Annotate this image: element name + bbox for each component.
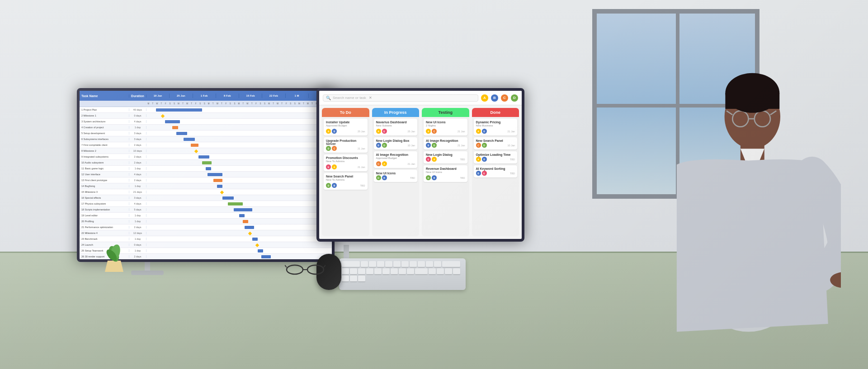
card-avatars: E A: [426, 157, 437, 162]
gantt-row[interactable]: 10 Audio subsystem 2 days: [80, 160, 332, 166]
card-date: 21 Jan: [458, 130, 465, 133]
kanban-card-ui-icons-test[interactable]: New UI Icons 2 Nights A C 21 Jan: [424, 119, 467, 135]
gantt-row[interactable]: 22 Milestone 4 12 days: [80, 230, 332, 236]
kanban-card-promotion[interactable]: Promotion Discounts New To Admins E A 21…: [324, 154, 368, 171]
avatar-green[interactable]: D: [511, 94, 518, 102]
gantt-duration: 2 days: [129, 255, 146, 258]
card-avatars: D B: [426, 175, 437, 180]
gantt-duration: 5 days: [129, 208, 146, 211]
key-m[interactable]: [358, 276, 365, 282]
kanban-card-ai-image-inprog[interactable]: AI Image Recognition Approved Budget C A…: [374, 151, 418, 168]
key-d[interactable]: [358, 268, 365, 275]
gantt-row[interactable]: 5 Setup development 3 days: [80, 131, 332, 136]
gantt-chart-area: [146, 160, 332, 165]
kanban-card-revenue-test[interactable]: Revenue Dashboard New UI Icons D B TBD: [424, 165, 467, 182]
kanban-col-header-done: Done: [472, 108, 519, 117]
gantt-row[interactable]: 3 System architecture 4 days: [80, 119, 332, 125]
kanban-card-search-panel-todo[interactable]: New Search Panel New To Admins D B TBD: [324, 173, 368, 190]
gantt-milestone: [161, 114, 165, 118]
kanban-card-ai-image-test[interactable]: AI Image Recognition B D 21 Jan: [424, 137, 467, 149]
key-j[interactable]: [391, 268, 398, 275]
key-r[interactable]: [385, 261, 392, 267]
key-i[interactable]: [418, 261, 425, 267]
kanban-card-ai-keyword[interactable]: AI Keyword Sorting B E TBD: [474, 165, 518, 177]
card-footer: A E 25 Jan: [376, 129, 415, 134]
key-h[interactable]: [382, 268, 390, 275]
key-y[interactable]: [401, 261, 409, 267]
card-avatar-2: D: [382, 143, 387, 148]
key-o[interactable]: [426, 261, 433, 267]
key-c[interactable]: [445, 268, 452, 275]
gantt-row[interactable]: 4 Creation of project 1 day: [80, 125, 332, 131]
key-z[interactable]: [429, 268, 436, 275]
card-avatar-2: B: [482, 129, 487, 134]
avatar-blue[interactable]: B: [491, 94, 498, 102]
gantt-row[interactable]: 18 Scripts implementation 5 days: [80, 207, 332, 213]
card-avatars: E A: [326, 164, 337, 169]
gantt-bar: [184, 138, 195, 141]
avatar-yellow[interactable]: A: [481, 94, 488, 102]
key-u[interactable]: [410, 261, 417, 267]
key-e[interactable]: [377, 261, 384, 267]
key-n[interactable]: [350, 276, 357, 282]
plant-svg: [102, 243, 127, 272]
gantt-duration: 1 day: [129, 238, 146, 240]
gantt-row[interactable]: 6 Subsystems interfaces 3 days: [80, 136, 332, 142]
gantt-row[interactable]: 9 Integrated subsystems 2 days: [80, 154, 332, 160]
avatar-orange[interactable]: C: [501, 94, 508, 102]
gantt-row[interactable]: 21 Performance optimization 2 days: [80, 224, 332, 230]
gantt-row[interactable]: 8 Milestone 2 10 days: [80, 148, 332, 154]
kanban-card-upgrade-server[interactable]: Upgrade Production Server D C 21 Jan: [324, 137, 368, 153]
key-a[interactable]: [342, 268, 349, 275]
kanban-card-installer-update[interactable]: Installer Update Approved Budget A B 25 …: [324, 119, 368, 135]
gantt-row[interactable]: 19 Level editor 1 day: [80, 213, 332, 219]
gantt-task-name: 20 Profiling: [80, 220, 129, 223]
gantt-chart-area: [146, 242, 332, 248]
gantt-row[interactable]: 16 Special effects 3 days: [80, 195, 332, 201]
kanban-card-login-test[interactable]: New Login Dialog E A TBD: [424, 151, 467, 163]
key-k[interactable]: [399, 268, 406, 275]
key-s[interactable]: [350, 268, 357, 275]
kanban-card-ui-icons-inprog[interactable]: New UI Icons D B TBD: [374, 170, 418, 182]
key-l[interactable]: [407, 268, 414, 275]
gantt-row[interactable]: 1 Project Plan 40 days: [80, 107, 332, 113]
kanban-card-optimize-loading[interactable]: Optimize Loading Time A B TBD: [474, 151, 518, 163]
key-w[interactable]: [369, 261, 376, 267]
key-t[interactable]: [393, 261, 401, 267]
key-x[interactable]: [437, 268, 444, 275]
key-v[interactable]: [453, 268, 460, 275]
gantt-row[interactable]: 7 First compilable client 2 days: [80, 142, 332, 148]
gantt-month-6: 22 Feb: [262, 93, 285, 98]
kanban-card-dynamic-pricing[interactable]: Dynamic Pricing New Business A B 21 Jan: [474, 119, 518, 135]
key-g[interactable]: [374, 268, 382, 275]
card-date: TBD: [460, 177, 465, 179]
card-subtitle: New Business: [476, 124, 515, 127]
key-f[interactable]: [366, 268, 373, 275]
gantt-task-name: 7 First compilable client: [80, 144, 129, 146]
gantt-row[interactable]: 14 Bugfixing 1 day: [80, 183, 332, 189]
gantt-chart-area: [146, 224, 332, 230]
gantt-row[interactable]: 13 First client prototype 2 days: [80, 177, 332, 183]
kanban-search-bar[interactable]: 🔍 Search name or task ✕: [323, 94, 478, 102]
gantt-row[interactable]: 17 Physics subsystem 4 days: [80, 201, 332, 207]
key-shift[interactable]: [415, 268, 428, 275]
key-q[interactable]: [361, 261, 368, 267]
kanban-card-search-panel-done[interactable]: New Search Panel C D 10 Jan: [474, 137, 518, 149]
gantt-chart-area: [146, 136, 332, 142]
card-title: New Search Panel: [476, 139, 515, 142]
key-p[interactable]: [434, 261, 441, 267]
gantt-row[interactable]: 20 Profiling 1 day: [80, 219, 332, 224]
search-clear-icon[interactable]: ✕: [369, 96, 372, 100]
gantt-row[interactable]: 11 Basic game logic 1 day: [80, 166, 332, 172]
kanban-card-navarius[interactable]: Navarius Dashboard New Subsets A E 25 Ja…: [374, 119, 418, 135]
kanban-card-login-dialog[interactable]: New Login Dialog Box B D 10 Jan: [374, 137, 418, 149]
key-caps[interactable]: [442, 261, 460, 267]
gantt-row[interactable]: 23 Benchmark 1 day: [80, 236, 332, 242]
key-b[interactable]: [342, 276, 349, 282]
gantt-row[interactable]: 15 Milestone 3 21 days: [80, 189, 332, 195]
gantt-row[interactable]: 12 User interface 4 days: [80, 172, 332, 177]
gantt-row[interactable]: 2 Milestone 1 0 days: [80, 113, 332, 119]
key-tab[interactable]: [342, 261, 360, 267]
keyboard[interactable]: [339, 258, 466, 290]
gantt-chart-area: [146, 189, 332, 195]
